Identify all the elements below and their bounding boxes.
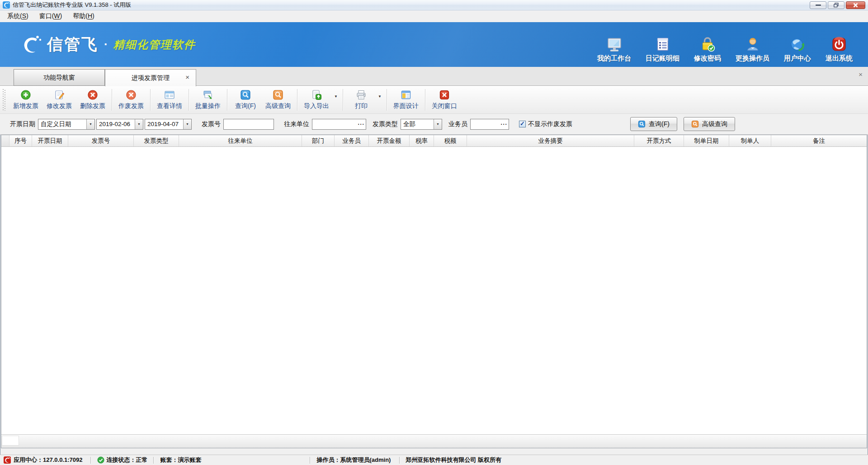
toolbar-separator bbox=[343, 89, 343, 111]
advanced-query-button[interactable]: 高级查询 bbox=[684, 117, 735, 131]
column-header-invoice-no[interactable]: 发票号 bbox=[68, 135, 134, 146]
void-invoice-button[interactable]: 作废发票 bbox=[114, 87, 148, 113]
restore-icon bbox=[834, 3, 839, 8]
column-header-seq[interactable]: 序号 bbox=[9, 135, 32, 146]
menu-item-help[interactable]: 帮助(H) bbox=[67, 11, 99, 22]
chevron-down-icon[interactable]: ▼ bbox=[334, 94, 338, 99]
hide-void-checkbox[interactable]: ✓ 不显示作废发票 bbox=[519, 120, 572, 128]
partner-input-field[interactable] bbox=[312, 119, 357, 129]
tab-function-navigator[interactable]: 功能导航窗 bbox=[14, 69, 105, 86]
search-orange-icon bbox=[691, 120, 699, 128]
close-button[interactable] bbox=[846, 1, 865, 9]
action-journal-detail[interactable]: 日记账明细 bbox=[646, 36, 679, 63]
action-my-workbench[interactable]: 我的工作台 bbox=[597, 36, 631, 63]
add-invoice-button[interactable]: 新增发票 bbox=[9, 87, 42, 113]
toolbar-button-label: 打印 bbox=[355, 102, 368, 110]
toolbar: 新增发票 修改发票 删除发票 作废发票 查看详情 批量操作 bbox=[0, 86, 868, 114]
column-header-amount[interactable]: 开票金额 bbox=[369, 135, 410, 146]
column-header-created-date[interactable]: 制单日期 bbox=[684, 135, 729, 146]
menu-label-part: 窗口( bbox=[39, 12, 54, 19]
brand-swirl-icon bbox=[20, 34, 42, 56]
query-toolbar-button[interactable]: 查询(F) bbox=[230, 87, 261, 113]
status-account-set: 账套：演示账套 bbox=[160, 456, 201, 464]
connection-ok-icon bbox=[97, 456, 104, 464]
view-details-icon bbox=[164, 89, 175, 100]
action-change-password[interactable]: 修改密码 bbox=[694, 36, 721, 63]
grid-footer-cell bbox=[2, 436, 19, 446]
invoice-type-value: 全部 bbox=[401, 120, 434, 128]
menu-item-system[interactable]: 系统(S) bbox=[2, 11, 34, 22]
column-header-remark[interactable]: 备注 bbox=[771, 135, 867, 146]
column-header-invoice-method[interactable]: 开票方式 bbox=[634, 135, 684, 146]
menu-item-window[interactable]: 窗口(W) bbox=[34, 11, 68, 22]
tab-label: 功能导航窗 bbox=[43, 74, 75, 82]
check-icon: ✓ bbox=[520, 121, 525, 127]
hide-void-label: 不显示作废发票 bbox=[528, 120, 572, 128]
status-separator bbox=[90, 457, 91, 464]
salesman-ellipsis-button[interactable]: ··· bbox=[500, 119, 509, 129]
status-bar: 应用中心：127.0.0.1:7092 连接状态：正常 账套：演示账套 操作员：… bbox=[0, 455, 868, 465]
chevron-down-icon[interactable]: ▼ bbox=[135, 119, 143, 129]
toolbar-grip[interactable] bbox=[3, 89, 5, 111]
column-header-department[interactable]: 部门 bbox=[302, 135, 335, 146]
dropdown-arrow-glyph: ▼ bbox=[186, 122, 189, 126]
action-switch-operator[interactable]: 更换操作员 bbox=[736, 36, 769, 63]
invoice-no-input[interactable] bbox=[223, 119, 274, 130]
menu-bar: 系统(S) 窗口(W) 帮助(H) bbox=[0, 10, 868, 22]
chevron-down-icon[interactable]: ▼ bbox=[378, 94, 382, 99]
row-indicator-header bbox=[1, 135, 9, 146]
user-center-globe-icon bbox=[789, 36, 806, 52]
delete-invoice-icon bbox=[87, 89, 98, 100]
salesman-input[interactable]: ··· bbox=[470, 119, 509, 130]
chevron-down-icon[interactable]: ▼ bbox=[183, 119, 191, 129]
date-from-select[interactable]: 2019-02-06 ▼ bbox=[96, 119, 143, 130]
date-to-select[interactable]: 2019-04-07 ▼ bbox=[145, 119, 192, 130]
banner-action-label: 修改密码 bbox=[694, 54, 721, 63]
brand-logo: 信管飞 · 精细化管理软件 bbox=[20, 22, 196, 67]
column-header-tax-amount[interactable]: 税额 bbox=[434, 135, 467, 146]
toolbar-button-label: 新增发票 bbox=[13, 102, 38, 110]
ui-design-button[interactable]: 界面设计 bbox=[389, 87, 423, 113]
minimize-button[interactable] bbox=[810, 1, 826, 9]
edit-invoice-button[interactable]: 修改发票 bbox=[42, 87, 76, 113]
close-window-button[interactable]: 关闭窗口 bbox=[428, 87, 461, 113]
grid-body-empty bbox=[1, 147, 867, 434]
column-header-salesman[interactable]: 业务员 bbox=[335, 135, 369, 146]
window-title: 信管飞出纳记账软件专业版 V9.1.358 - 试用版 bbox=[13, 1, 131, 9]
view-details-button[interactable]: 查看详情 bbox=[153, 87, 186, 113]
invoice-type-select[interactable]: 全部 ▼ bbox=[401, 119, 442, 130]
action-exit-system[interactable]: 退出系统 bbox=[826, 36, 853, 63]
salesman-input-field[interactable] bbox=[471, 119, 500, 129]
salesman-label: 业务员 bbox=[448, 120, 467, 128]
column-header-creator[interactable]: 制单人 bbox=[729, 135, 771, 146]
menu-accel-key: S bbox=[22, 12, 26, 19]
import-export-button[interactable]: 导入导出 bbox=[300, 87, 333, 113]
column-header-invoice-date[interactable]: 开票日期 bbox=[32, 135, 68, 146]
chevron-down-icon[interactable]: ▼ bbox=[86, 119, 94, 129]
print-button[interactable]: 打印 bbox=[345, 87, 377, 113]
column-header-tax-rate[interactable]: 税率 bbox=[410, 135, 434, 146]
date-mode-select[interactable]: 自定义日期 ▼ bbox=[38, 119, 95, 130]
column-header-invoice-type[interactable]: 发票类型 bbox=[134, 135, 179, 146]
action-user-center[interactable]: 用户中心 bbox=[784, 36, 811, 63]
restore-button[interactable] bbox=[828, 1, 844, 9]
column-header-partner[interactable]: 往来单位 bbox=[179, 135, 302, 146]
column-header-summary[interactable]: 业务摘要 bbox=[467, 135, 634, 146]
menu-label-part: ) bbox=[26, 12, 28, 19]
partner-ellipsis-button[interactable]: ··· bbox=[357, 119, 366, 129]
status-connection: 连接状态：正常 bbox=[106, 456, 147, 464]
tabstrip-close-icon[interactable]: × bbox=[859, 70, 863, 78]
toolbar-button-label: 作废发票 bbox=[118, 102, 144, 110]
batch-operation-button[interactable]: 批量操作 bbox=[191, 87, 225, 113]
advanced-query-toolbar-button[interactable]: 高级查询 bbox=[261, 87, 295, 113]
delete-invoice-button[interactable]: 删除发票 bbox=[76, 87, 109, 113]
tab-input-invoice-management[interactable]: 进项发票管理 × bbox=[105, 69, 196, 86]
partner-input[interactable]: ··· bbox=[312, 119, 366, 130]
query-button[interactable]: 查询(F) bbox=[630, 117, 677, 131]
add-invoice-icon bbox=[20, 89, 31, 100]
chevron-down-icon[interactable]: ▼ bbox=[434, 119, 442, 129]
status-operator: 操作员：系统管理员(admin) bbox=[316, 456, 391, 464]
invoice-date-label: 开票日期 bbox=[10, 120, 35, 128]
toolbar-separator bbox=[387, 89, 387, 111]
tab-close-icon[interactable]: × bbox=[185, 74, 189, 80]
